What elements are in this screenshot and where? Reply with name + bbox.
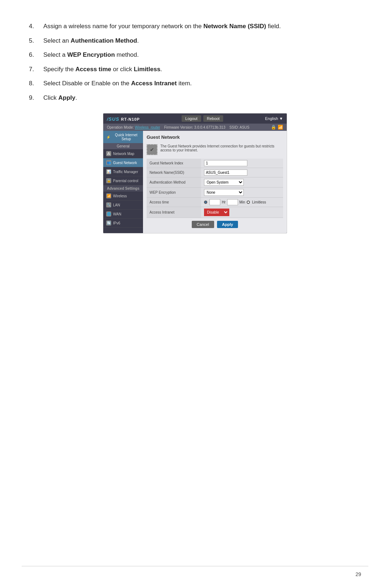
form-row-index: Guest Network Index (147, 159, 283, 168)
field-label-wep: WEP Encryption (147, 188, 201, 198)
sidebar-network-map-label: Network Map (113, 152, 134, 156)
reboot-button[interactable]: Reboot (203, 115, 223, 122)
sidebar-item-lan[interactable]: 🔧 LAN (103, 201, 143, 210)
access-intranet-select[interactable]: Disable Enable (204, 209, 229, 216)
step-text-8: Select Disable or Enable on the Access I… (43, 79, 361, 88)
access-time-bold: Access time (75, 66, 111, 73)
radio-hr-selected[interactable] (204, 201, 207, 204)
step-num-5: 5. (29, 36, 43, 46)
field-label-intranet: Access Intranet (147, 207, 201, 218)
form-row-intranet: Access Intranet Disable Enable (147, 207, 283, 218)
language-selector[interactable]: English ▼ (265, 116, 283, 121)
field-label-access-time: Access time (147, 198, 201, 207)
sidebar-item-guest-network[interactable]: 👥 Guest Network (103, 158, 143, 167)
sidebar-item-quick-internet[interactable]: ⚡ Quick Internet Setup (103, 131, 143, 143)
field-label-auth: Authentication Method (147, 177, 201, 188)
limitless-bold: Limitless (134, 66, 160, 73)
form-row-access-time: Access time Hr Min Limitless (147, 198, 283, 207)
guest-intro: ✔ The Guest Network provides Internet co… (147, 144, 283, 155)
sidebar-wireless-label: Wireless (113, 194, 127, 198)
step-text-9: Click Apply. (43, 93, 361, 103)
field-label-index: Guest Network Index (147, 159, 201, 168)
step-text-7: Specify the Access time or click Limitle… (43, 65, 361, 74)
router-screenshot: /SUS RT-N10P Logout Reboot English ▼ Ope… (103, 113, 287, 233)
instruction-6: 6. Select a WEP Encryption method. (29, 50, 361, 60)
step-num-7: 7. (29, 65, 43, 74)
wireless-icon: 📶 (106, 193, 111, 198)
content-title: Guest Network (147, 134, 283, 141)
traffic-manager-icon: 📊 (106, 169, 111, 174)
quick-internet-icon: ⚡ (106, 135, 110, 139)
access-intranet-bold: Access Intranet (131, 80, 177, 87)
instruction-9: 9. Click Apply. (29, 93, 361, 103)
parental-control-icon: 🔒 (106, 178, 111, 183)
auth-method-select[interactable]: Open System Shared Key WPA-Personal (204, 179, 244, 186)
form-buttons: Cancel Apply (147, 218, 283, 229)
quick-internet-label: Quick Internet Setup (112, 133, 140, 141)
field-value-wep: None WEP-64bits WEP-128bits (201, 188, 283, 198)
ssid-input[interactable] (204, 169, 247, 176)
logout-button[interactable]: Logout (182, 115, 201, 122)
instruction-4: 4. Assign a wireless name for your tempo… (29, 22, 361, 31)
guest-intro-text: The Guest Network provides Internet conn… (160, 144, 283, 152)
min-input[interactable] (227, 199, 238, 205)
instruction-8: 8. Select Disable or Enable on the Acces… (29, 79, 361, 88)
page-number: 29 (355, 571, 361, 577)
wep-bold: WEP Encryption (67, 51, 115, 58)
hr-label: Hr (222, 200, 226, 204)
ssid-bold: Network Name (SSID) (203, 23, 266, 30)
sidebar-item-traffic-manager[interactable]: 📊 Traffic Manager (103, 167, 143, 176)
signal-icon: 📶 (278, 125, 283, 130)
field-value-auth: Open System Shared Key WPA-Personal (201, 177, 283, 188)
field-value-intranet: Disable Enable (201, 207, 283, 218)
sidebar-item-wireless[interactable]: 📶 Wireless (103, 192, 143, 201)
sidebar-guest-network-label: Guest Network (113, 161, 137, 165)
guest-network-form: Guest Network Index Network Name(SSID) (147, 159, 283, 218)
router-logo-model: /SUS RT-N10P (107, 116, 140, 122)
sidebar-parental-control-label: Parental control (113, 179, 138, 183)
instruction-7: 7. Specify the Access time or click Limi… (29, 65, 361, 74)
sidebar-item-network-map[interactable]: 🖧 Network Map (103, 149, 143, 158)
field-label-ssid: Network Name(SSID) (147, 168, 201, 177)
hr-input[interactable] (209, 199, 220, 205)
operation-mode: Operation Mode: Wireless_router Firmware… (107, 125, 250, 129)
topbar-buttons: Logout Reboot (182, 115, 223, 122)
network-index-input[interactable] (204, 160, 247, 166)
radio-limitless[interactable] (247, 201, 250, 204)
wireless-router-link[interactable]: Wireless_router (135, 125, 160, 129)
sidebar-item-parental-control[interactable]: 🔒 Parental control (103, 176, 143, 185)
step-text-6: Select a WEP Encryption method. (43, 50, 361, 60)
router-content: Guest Network ✔ The Guest Network provid… (143, 131, 287, 233)
instruction-5: 5. Select an Authentication Method. (29, 36, 361, 46)
step-num-6: 6. (29, 50, 43, 60)
guest-network-graphic: ✔ (147, 144, 157, 155)
sidebar-wan-label: WAN (113, 212, 121, 216)
sidebar-item-ipv6[interactable]: 🔄 IPv6 (103, 219, 143, 228)
cancel-button[interactable]: Cancel (192, 221, 214, 228)
lan-icon: 🔧 (106, 202, 111, 207)
step-text-4: Assign a wireless name for your temporar… (43, 22, 361, 31)
chevron-down-icon: ▼ (279, 116, 283, 121)
router-main: ⚡ Quick Internet Setup General 🖧 Network… (103, 131, 287, 233)
sidebar-advanced-label: Advanced Settings (103, 185, 143, 192)
field-value-ssid (201, 168, 283, 177)
sidebar-item-wan[interactable]: 🌐 WAN (103, 210, 143, 219)
limitless-label: Limitless (252, 200, 266, 204)
apply-button[interactable]: Apply (217, 221, 238, 228)
field-value-access-time: Hr Min Limitless (201, 198, 283, 207)
router-logo: /SUS RT-N10P (107, 116, 140, 122)
step-num-4: 4. (29, 22, 43, 31)
sidebar-lan-label: LAN (113, 203, 120, 207)
network-map-icon: 🖧 (106, 151, 111, 156)
sidebar-ipv6-label: IPv6 (113, 221, 120, 225)
field-value-index (201, 159, 283, 168)
sidebar-general-label: General (103, 143, 143, 149)
guest-network-icon: 👥 (106, 160, 111, 165)
form-row-ssid: Network Name(SSID) (147, 168, 283, 177)
form-row-wep: WEP Encryption None WEP-64bits WEP-128bi… (147, 188, 283, 198)
step-num-8: 8. (29, 79, 43, 88)
wep-encryption-select[interactable]: None WEP-64bits WEP-128bits (204, 189, 244, 196)
ipv6-icon: 🔄 (106, 220, 111, 226)
router-sidebar: ⚡ Quick Internet Setup General 🖧 Network… (103, 131, 143, 233)
form-row-auth: Authentication Method Open System Shared… (147, 177, 283, 188)
